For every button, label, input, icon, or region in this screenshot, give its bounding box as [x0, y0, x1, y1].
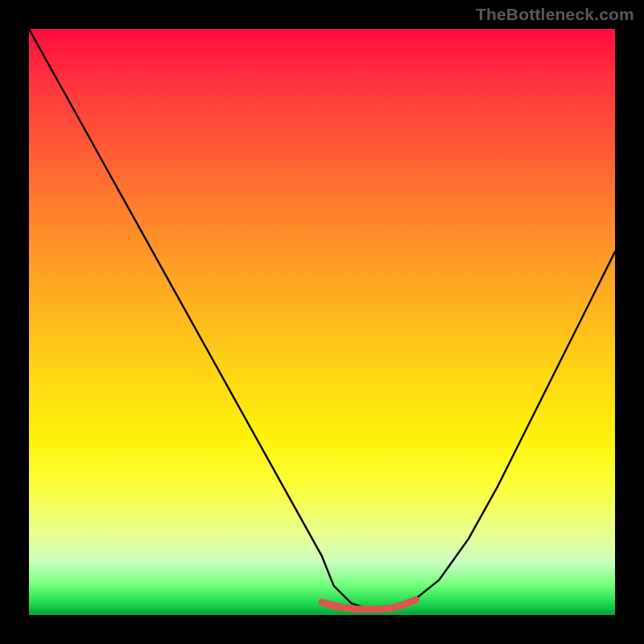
plot-area: [29, 29, 615, 615]
watermark-text: TheBottleneck.com: [476, 5, 634, 24]
curve-layer: [29, 29, 615, 615]
floor-band: [322, 600, 415, 609]
main-curve: [29, 29, 615, 609]
chart-frame: TheBottleneck.com: [0, 0, 644, 644]
